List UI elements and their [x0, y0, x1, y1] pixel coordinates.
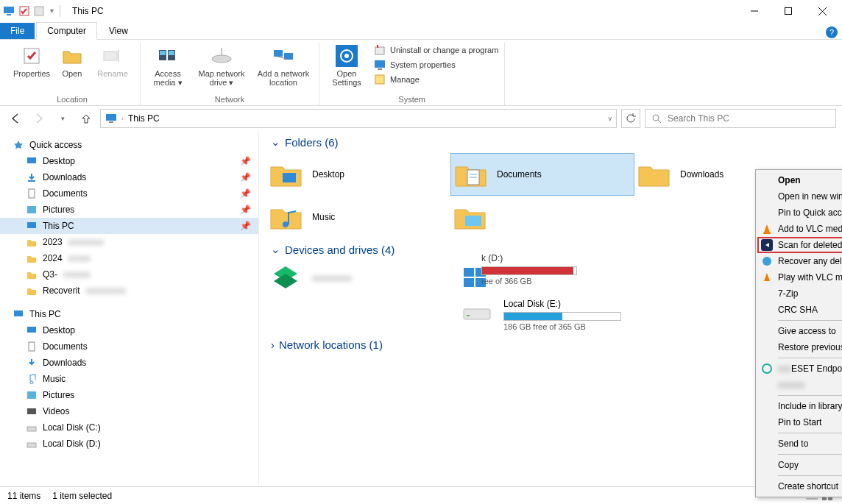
access-media-button[interactable]: Access media ▾ [146, 43, 189, 89]
manage-button[interactable]: Manage [374, 74, 498, 85]
cm-pin-quick-access[interactable]: Pin to Quick access [757, 205, 842, 221]
cm-7zip[interactable]: 7-Zip› [757, 285, 842, 302]
nav-disk-c[interactable]: Local Disk (C:) [0, 419, 258, 436]
nav-desktop[interactable]: Desktop [0, 322, 258, 338]
nav-disk-d[interactable]: Local Disk (D:) [0, 436, 258, 452]
cm-blurred[interactable]: xxxxxx [757, 377, 842, 393]
cm-crc-sha[interactable]: CRC SHA› [757, 302, 842, 318]
tab-computer[interactable]: Computer [36, 22, 97, 40]
maximize-button[interactable] [771, 0, 805, 22]
refresh-button[interactable] [621, 109, 640, 128]
cm-restore-versions[interactable]: Restore previous versions [757, 339, 842, 355]
cm-eset[interactable]: xxxESET Endpoint Antivirusxx› [757, 361, 842, 377]
easeus-icon [760, 255, 774, 268]
drive-tencent[interactable]: xxxxxxxxx [266, 260, 458, 296]
cm-vlc-playlist[interactable]: Add to VLC media player's Playlist [757, 221, 842, 237]
cm-copy[interactable]: Copy [757, 457, 842, 473]
cm-create-shortcut[interactable]: Create shortcut [757, 478, 842, 494]
nav-folder[interactable]: Q3-xxxxxx [0, 266, 258, 283]
folder-desktop[interactable]: Desktop [266, 153, 450, 196]
nav-downloads[interactable]: Downloads [0, 355, 258, 371]
cm-pin-start[interactable]: Pin to Start [757, 414, 842, 430]
cm-open-new-window[interactable]: Open in new window [757, 188, 842, 205]
drive-local-e[interactable]: Local Disk (E:) 186 GB free of 365 GB [458, 296, 649, 334]
up-button[interactable] [77, 109, 96, 128]
search-input[interactable]: Search This PC [645, 109, 836, 128]
separator [778, 433, 842, 433]
minimize-button[interactable] [737, 0, 771, 22]
forward-button[interactable] [29, 109, 49, 128]
nav-this-pc-root[interactable]: This PC [0, 306, 258, 322]
svg-rect-52 [464, 278, 474, 287]
chevron-down-icon: ⌄ [271, 135, 280, 149]
nav-videos[interactable]: Videos [0, 403, 258, 419]
nav-folder[interactable]: Recoveritxxxxxxxxx [0, 283, 258, 299]
pin-icon: 📌 [240, 172, 251, 182]
rename-button[interactable]: Rename [91, 43, 134, 79]
nav-pictures[interactable]: Pictures📌 [0, 202, 258, 218]
svg-rect-23 [375, 47, 384, 54]
nav-folder[interactable]: 2024xxxxx [0, 250, 258, 266]
cm-include-library[interactable]: Include in library› [757, 398, 842, 414]
open-settings-button[interactable]: Open Settings [325, 43, 368, 88]
qa-dropdown-icon[interactable]: ▼ [49, 7, 55, 15]
svg-rect-28 [106, 114, 116, 121]
close-button[interactable] [805, 0, 839, 22]
storage-bar [503, 312, 621, 321]
pin-icon: 📌 [240, 221, 251, 231]
system-properties-button[interactable]: System properties [374, 59, 498, 71]
title-bar: ▼ This PC [0, 0, 842, 22]
breadcrumb-segment[interactable]: This PC [128, 113, 160, 124]
nav-documents[interactable]: Documents📌 [0, 185, 258, 202]
svg-rect-32 [27, 157, 36, 163]
ribbon: Properties Open Rename Location Access m… [0, 40, 842, 106]
cm-open[interactable]: Open [757, 172, 842, 188]
svg-rect-49 [465, 216, 481, 226]
qa-item-icon[interactable] [19, 6, 29, 16]
qa-item-icon[interactable] [34, 6, 44, 16]
folder-music[interactable]: Music [266, 196, 450, 238]
properties-button[interactable]: Properties [10, 43, 53, 79]
svg-point-30 [653, 115, 659, 121]
nav-folder[interactable]: 2023xxxxxxxx [0, 234, 258, 250]
breadcrumb[interactable]: › This PC v [100, 109, 617, 128]
drive-local-d-peek[interactable]: k (D:) ree of 366 GB [481, 253, 577, 285]
nav-downloads[interactable]: Downloads📌 [0, 169, 258, 185]
map-drive-button[interactable]: Map network drive ▾ [192, 43, 251, 89]
storage-bar [481, 266, 577, 275]
nav-pictures[interactable]: Pictures [0, 387, 258, 403]
nav-documents[interactable]: Documents [0, 338, 258, 355]
download-icon [26, 172, 37, 182]
recent-locations-button[interactable]: ▾ [53, 109, 72, 128]
chevron-right-icon: › [271, 338, 275, 351]
nav-music[interactable]: Music [0, 371, 258, 387]
separator [778, 475, 842, 476]
cm-easeus-recover[interactable]: Recover any deleted data with EaseUS [757, 253, 842, 269]
help-icon[interactable]: ? [826, 26, 838, 38]
nav-quick-access[interactable]: Quick access [0, 137, 258, 153]
add-network-location-button[interactable]: Add a network location [254, 43, 313, 89]
chevron-down-icon[interactable]: v [609, 115, 612, 122]
pin-icon: 📌 [240, 205, 251, 215]
tab-file[interactable]: File [0, 23, 35, 39]
nav-this-pc[interactable]: This PC📌 [0, 218, 258, 234]
folder-documents[interactable]: Documents [450, 153, 634, 196]
folder-icon [26, 285, 37, 296]
nav-desktop[interactable]: Desktop📌 [0, 153, 258, 169]
vlc-icon [760, 222, 774, 235]
uninstall-program-button[interactable]: Uninstall or change a program [374, 44, 498, 56]
svg-rect-29 [109, 121, 113, 123]
svg-rect-13 [160, 51, 166, 55]
svg-rect-1 [7, 14, 11, 15]
open-button[interactable]: Open [56, 43, 88, 79]
cm-send-to[interactable]: Send to› [757, 436, 842, 452]
svg-point-48 [283, 221, 289, 227]
svg-rect-40 [27, 391, 36, 399]
folder-pictures-partial[interactable] [450, 196, 634, 238]
section-folders[interactable]: ⌄Folders (6) [259, 131, 842, 153]
cm-recoverit-scan[interactable]: Scan for deleted files with Recoverit [757, 237, 842, 253]
cm-vlc-play[interactable]: Play with VLC media player [757, 269, 842, 285]
back-button[interactable] [6, 109, 25, 128]
cm-give-access[interactable]: Give access to› [757, 323, 842, 339]
tab-view[interactable]: View [99, 23, 138, 39]
